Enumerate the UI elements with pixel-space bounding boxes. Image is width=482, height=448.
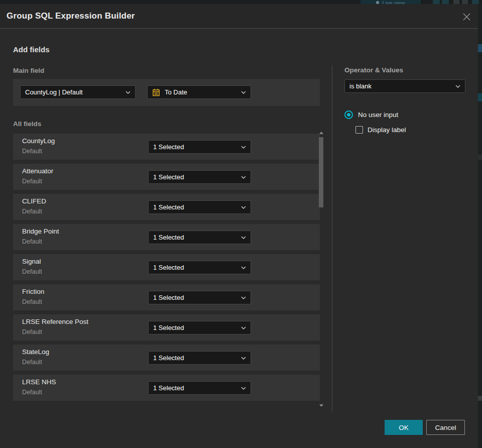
- field-name: StateLog: [22, 348, 49, 356]
- field-row: Attenuator Default 1 Selected: [13, 164, 320, 190]
- field-name: Attenuator: [22, 167, 53, 175]
- no-user-input-label: No user input: [358, 111, 398, 119]
- field-select-value: 1 Selected: [153, 203, 238, 211]
- ok-button[interactable]: OK: [385, 420, 423, 435]
- field-select-value: 1 Selected: [153, 354, 238, 362]
- cancel-button[interactable]: Cancel: [426, 420, 465, 435]
- field-row: StateLog Default 1 Selected: [13, 345, 320, 371]
- field-subtitle: Default: [22, 389, 42, 396]
- date-field-select[interactable]: To Date: [147, 85, 251, 99]
- field-select-value: 1 Selected: [153, 384, 238, 392]
- field-row: LRSE Reference Post Default 1 Selected: [13, 314, 320, 341]
- dialog-title: Group SQL Expression Builder: [7, 11, 135, 21]
- field-select[interactable]: 1 Selected: [148, 140, 251, 154]
- field-select-value: 1 Selected: [153, 264, 238, 271]
- no-user-input-radio[interactable]: No user input: [344, 110, 398, 119]
- radio-selected-icon: [344, 110, 353, 119]
- field-row: Friction Default 1 Selected: [13, 284, 320, 310]
- chevron-down-icon: [241, 146, 246, 149]
- dialog-titlebar: Group SQL Expression Builder: [0, 4, 478, 29]
- chevron-down-icon: [455, 85, 460, 88]
- field-select[interactable]: 1 Selected: [148, 200, 251, 214]
- field-subtitle: Default: [22, 298, 42, 305]
- all-fields-label: All fields: [13, 120, 41, 128]
- field-name: CountyLog: [22, 137, 55, 145]
- live-view-label: Live view: [382, 0, 405, 4]
- field-select-value: 1 Selected: [153, 294, 238, 301]
- chevron-down-icon: [241, 206, 246, 209]
- field-select[interactable]: 1 Selected: [148, 231, 251, 244]
- field-subtitle: Default: [22, 328, 42, 335]
- close-button[interactable]: [461, 11, 472, 22]
- field-row: CLIFED Default 1 Selected: [13, 194, 320, 220]
- operator-values-heading: Operator & Values: [344, 66, 403, 74]
- chevron-down-icon: [241, 387, 246, 390]
- date-field-select-value: To Date: [165, 88, 238, 96]
- field-row: CountyLog Default 1 Selected: [13, 134, 320, 160]
- field-row: Signal Default 1 Selected: [13, 254, 320, 280]
- scroll-down-icon[interactable]: [319, 404, 323, 407]
- field-subtitle: Default: [22, 268, 42, 275]
- field-select-value: 1 Selected: [153, 173, 238, 181]
- panel-divider: [332, 65, 332, 412]
- main-field-label: Main field: [13, 67, 44, 74]
- field-subtitle: Default: [22, 208, 42, 215]
- background-right-edge: [478, 4, 482, 448]
- display-label-checkbox[interactable]: Display label: [355, 126, 406, 134]
- field-name: Bridge Point: [22, 228, 59, 235]
- main-field-select[interactable]: CountyLog | Default: [20, 85, 136, 99]
- operator-select[interactable]: is blank: [344, 79, 465, 93]
- field-subtitle: Default: [22, 359, 42, 366]
- background-toolbar: Live view: [0, 0, 482, 4]
- background-toolbar-chip: [472, 0, 479, 4]
- field-subtitle: Default: [22, 148, 42, 155]
- field-name: LRSE Reference Post: [22, 318, 88, 325]
- background-toolbar-chip: [453, 0, 459, 4]
- field-select[interactable]: 1 Selected: [148, 351, 251, 365]
- calendar-icon: [152, 88, 160, 96]
- add-fields-heading: Add fields: [13, 45, 50, 54]
- field-name: LRSE NHS: [22, 378, 56, 386]
- scroll-up-icon[interactable]: [319, 132, 323, 134]
- display-label-text: Display label: [368, 126, 406, 134]
- field-subtitle: Default: [22, 238, 42, 245]
- chevron-down-icon: [241, 326, 246, 329]
- chevron-down-icon: [241, 296, 246, 299]
- field-row: Bridge Point Default 1 Selected: [13, 224, 320, 250]
- field-subtitle: Default: [22, 178, 42, 185]
- field-select[interactable]: 1 Selected: [148, 170, 251, 184]
- chevron-down-icon: [126, 91, 131, 94]
- scrollbar-thumb[interactable]: [319, 137, 323, 207]
- background-toolbar-chip: [462, 0, 468, 4]
- field-select[interactable]: 1 Selected: [148, 321, 251, 334]
- list-scrollbar[interactable]: [318, 131, 325, 408]
- background-toolbar-chip: [442, 0, 449, 4]
- chevron-down-icon: [241, 176, 246, 179]
- main-field-panel: CountyLog | Default To Date: [13, 79, 320, 106]
- field-select[interactable]: 1 Selected: [148, 381, 251, 395]
- field-select-value: 1 Selected: [153, 143, 238, 151]
- field-name: Friction: [22, 288, 44, 295]
- main-field-select-value: CountyLog | Default: [25, 88, 123, 96]
- close-icon: [462, 13, 471, 21]
- field-row: LRSE NHS Default 1 Selected: [13, 375, 320, 401]
- live-view-button[interactable]: Live view: [360, 0, 421, 4]
- chevron-down-icon: [241, 236, 246, 239]
- chevron-down-icon: [241, 91, 246, 94]
- all-fields-list: CountyLog Default 1 Selected Attenuator …: [13, 134, 320, 405]
- checkbox-unchecked-icon: [355, 126, 363, 134]
- field-select-value: 1 Selected: [153, 234, 238, 241]
- field-select[interactable]: 1 Selected: [148, 291, 251, 304]
- group-sql-expression-builder-dialog: Group SQL Expression Builder Add fields …: [0, 4, 478, 448]
- chevron-down-icon: [241, 266, 246, 269]
- field-name: CLIFED: [22, 197, 46, 205]
- field-name: Signal: [22, 258, 41, 265]
- field-select[interactable]: 1 Selected: [148, 261, 251, 274]
- background-toolbar-chip: [433, 0, 440, 4]
- chevron-down-icon: [241, 357, 246, 360]
- operator-select-value: is blank: [349, 82, 452, 90]
- field-select-value: 1 Selected: [153, 324, 238, 331]
